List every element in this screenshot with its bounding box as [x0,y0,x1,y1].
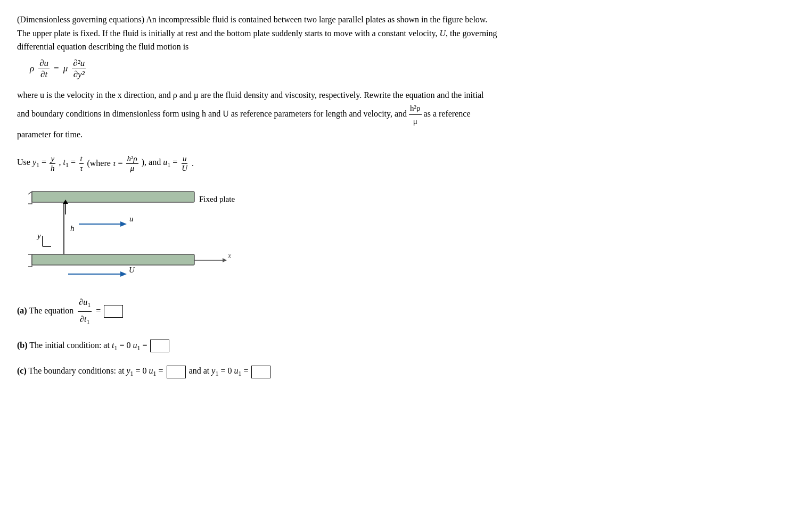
part-c-answer1[interactable] [167,366,186,378]
part-c-label: (c) [17,366,27,375]
h-label: h [70,224,75,233]
svg-marker-9 [120,221,127,227]
x-axis-svg [194,256,231,264]
u-label: u [129,214,134,224]
y-label: y [37,231,41,241]
intro-line3: differential equation describing the flu… [17,42,188,51]
U-arrow-svg [68,269,132,279]
part-a-answer[interactable] [104,305,123,318]
tau-frac: h²ρ μ [126,154,138,173]
intro-line1: (Dimensionless governing equations) An i… [17,15,487,24]
u1-frac: u U [181,154,188,173]
intro-paragraph: (Dimensionless governing equations) An i… [17,13,795,54]
part-c-section: (c) The boundary conditions: at y1 = 0 u… [17,363,795,380]
svg-rect-10 [32,254,194,265]
part-b-answer[interactable] [150,340,169,352]
svg-marker-12 [223,258,227,262]
part-a-label: (a) [17,306,27,315]
part-c-answer2[interactable] [251,366,270,378]
y1-frac: y h [50,154,56,173]
equals-sign: = [54,63,59,74]
U-label: U [129,266,135,275]
part-b-section: (b) The initial condition: at t1 = 0 u1 … [17,338,795,354]
h-brace-svg [59,203,69,256]
rho-symbol: ρ [30,63,34,74]
mu-symbol: μ [63,63,68,74]
fixed-plate-label: Fixed plate [199,195,235,204]
pde-rhs-frac: ∂²u ∂y² [72,58,86,80]
x-label: x [228,252,231,260]
where-section: where u is the velocity in the x directi… [17,88,795,142]
top-plate-svg [26,189,207,208]
bottom-plate-svg [26,252,207,270]
t1-frac: t τ [79,154,84,173]
svg-rect-0 [32,192,194,202]
intro-line2: The upper plate is fixed. If the fluid i… [17,29,497,38]
y-bracket-svg [42,235,52,247]
pde-equation: ρ ∂u ∂t = μ ∂²u ∂y² [30,58,795,80]
svg-marker-14 [120,271,127,277]
use-line: Use y1 = y h , t1 = t τ (where τ = h²ρ μ… [17,154,795,173]
part-a-frac: ∂u1 ∂t1 [78,295,92,328]
fluid-figure: Fixed plate h y u [26,184,249,282]
u-arrow-svg [79,219,132,229]
part-b-label: (b) [17,341,28,350]
part-a-section: (a) The equation ∂u1 ∂t1 = [17,295,795,328]
reference-fraction: h²ρ μ [409,102,421,128]
pde-lhs-frac: ∂u ∂t [38,58,50,80]
